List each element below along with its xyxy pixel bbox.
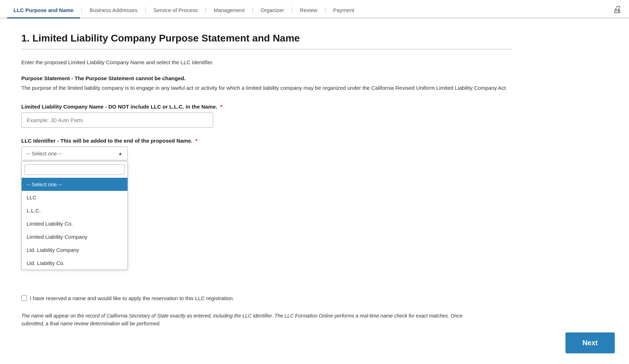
dropdown-option-llc-dot[interactable]: L.L.C. xyxy=(22,204,128,217)
purpose-text: The purpose of the limited liability com… xyxy=(21,84,511,92)
dropdown-option-ltd-company[interactable]: Ltd. Liability Company xyxy=(22,243,128,257)
page-title: 1. Limited Liability Company Purpose Sta… xyxy=(21,33,511,44)
title-divider xyxy=(21,49,511,49)
required-star-name: * xyxy=(220,104,222,110)
dropdown-option-select-one[interactable]: -- Select one -- xyxy=(22,178,128,191)
next-button[interactable]: Next xyxy=(565,332,615,353)
purpose-label: Purpose Statement - The Purpose Statemen… xyxy=(21,75,511,81)
dropdown-selected-value[interactable]: -- Select one -- ▲ xyxy=(21,147,128,160)
tab-divider-6: | xyxy=(324,6,327,18)
navigation-tabs: LLC Purpose and Name | Business Addresse… xyxy=(0,0,629,18)
required-star-identifier: * xyxy=(195,138,197,144)
identifier-label: LLC Identifier - This will be added to t… xyxy=(21,138,511,144)
dropdown-arrow-icon: ▲ xyxy=(118,151,123,156)
company-name-input[interactable] xyxy=(21,112,213,128)
dropdown-option-llc[interactable]: LLC xyxy=(22,191,128,204)
reservation-section: I have reserved a name and would like to… xyxy=(21,295,511,301)
company-name-section: Limited Liability Company Name - DO NOT … xyxy=(21,104,511,128)
tab-management[interactable]: Management xyxy=(207,4,251,18)
dropdown-selected-label: -- Select one -- xyxy=(27,150,62,156)
italic-note: The name will appear on the record of Ca… xyxy=(21,312,483,328)
dropdown-options-panel: -- Select one -- LLC L.L.C. Limited Liab… xyxy=(21,161,128,270)
tab-divider-2: | xyxy=(144,6,147,18)
reservation-checkbox[interactable] xyxy=(21,295,27,301)
dropdown-option-ltd-co[interactable]: Ltd. Liability Co. xyxy=(22,257,128,270)
llc-identifier-section: LLC Identifier - This will be added to t… xyxy=(21,138,511,328)
llc-identifier-dropdown[interactable]: -- Select one -- ▲ -- Select one -- LLC … xyxy=(21,147,128,160)
dropdown-option-limited-company[interactable]: Limited Liability Company xyxy=(22,230,128,243)
tab-divider-1: | xyxy=(80,6,83,18)
dropdown-search-input[interactable] xyxy=(25,164,125,175)
tab-payment[interactable]: Payment xyxy=(327,4,360,18)
reservation-label: I have reserved a name and would like to… xyxy=(30,295,234,301)
next-button-wrapper: Next xyxy=(565,332,615,353)
tab-business-addresses[interactable]: Business Addresses xyxy=(83,4,144,18)
tab-llc-purpose[interactable]: LLC Purpose and Name xyxy=(7,4,80,18)
section-subtitle: Enter the proposed Limited Liability Com… xyxy=(21,59,511,65)
company-name-label: Limited Liability Company Name - DO NOT … xyxy=(21,104,511,110)
tab-organizer[interactable]: Organizer xyxy=(254,4,291,18)
tab-service-of-process[interactable]: Service of Process xyxy=(147,4,204,18)
tab-divider-4: | xyxy=(251,6,254,18)
main-content: 1. Limited Liability Company Purpose Sta… xyxy=(0,18,533,349)
tab-divider-3: | xyxy=(204,6,207,18)
print-icon[interactable]: 🖨 xyxy=(613,4,622,18)
tab-divider-5: | xyxy=(291,6,294,18)
dropdown-option-limited-co[interactable]: Limited Liability Co. xyxy=(22,217,128,230)
tab-review[interactable]: Review xyxy=(293,4,324,18)
